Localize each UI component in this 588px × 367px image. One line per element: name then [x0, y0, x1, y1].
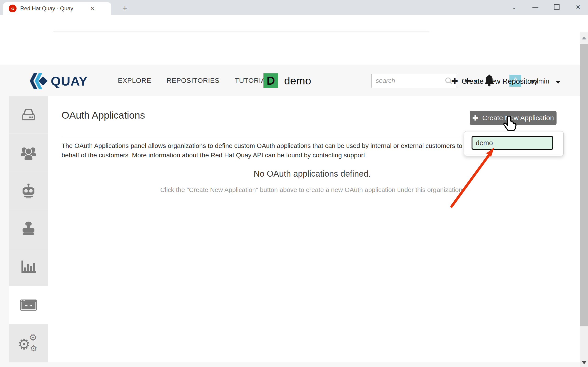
org-avatar: D	[263, 73, 278, 88]
scrollbar-thumb[interactable]	[580, 44, 588, 326]
tab-close-icon[interactable]: ✕	[90, 5, 95, 12]
sidebar-item-repositories[interactable]	[9, 96, 48, 134]
nav-explore[interactable]: EXPLORE	[118, 77, 151, 84]
org-name: demo	[284, 74, 311, 87]
sidebar-item-default-permissions[interactable]	[9, 210, 48, 248]
quay-logo-icon	[29, 72, 48, 90]
screen: « Red Hat Quay · Quay ✕ + ⌄ — ✕ ← → ↻ No…	[0, 0, 588, 367]
page-title: OAuth Applications	[61, 110, 145, 121]
robot-icon	[20, 183, 36, 198]
application-name-popover	[464, 131, 564, 156]
sidebar-item-robot-accounts[interactable]	[9, 172, 48, 210]
chart-icon	[20, 260, 37, 274]
maximize-icon	[554, 4, 560, 10]
nav-repositories[interactable]: REPOSITORIES	[166, 77, 220, 84]
search-input[interactable]	[372, 74, 456, 88]
plus-icon: ✚	[473, 114, 478, 122]
window-close-button[interactable]: ✕	[572, 1, 584, 13]
sidebar-item-settings[interactable]: ⚙ ⚙ ⚙	[9, 324, 48, 362]
empty-state-title: No OAuth applications defined.	[48, 169, 577, 179]
users-icon	[20, 145, 37, 160]
plus-icon: ✚	[451, 77, 458, 86]
sidebar-item-usage-logs[interactable]	[9, 248, 48, 286]
empty-state-hint: Click the "Create New Application" butto…	[48, 186, 577, 194]
quay-brand-text: QUAY	[51, 74, 88, 89]
window-chevron-button[interactable]: ⌄	[509, 1, 520, 13]
application-name-input[interactable]	[472, 136, 553, 150]
create-repo-label: Create New Repository	[462, 77, 538, 85]
browser-toolbar: ← → ↻ Not secure | https://quaylab.infra…	[0, 15, 588, 33]
create-new-repository-button[interactable]: ✚ Create New Repository	[451, 76, 537, 87]
user-menu-caret-icon[interactable]	[556, 81, 561, 84]
hdd-icon	[20, 108, 36, 122]
scrollbar-up-arrow[interactable]	[582, 36, 586, 40]
page-scrollbar[interactable]	[580, 32, 588, 367]
mouse-hand-cursor	[502, 115, 519, 134]
stamp-icon	[21, 221, 36, 236]
sidebar-item-teams[interactable]	[9, 134, 48, 172]
browser-titlebar: « Red Hat Quay · Quay ✕ + ⌄ — ✕	[0, 0, 588, 15]
scrollbar-down-arrow[interactable]	[582, 361, 586, 364]
application-window-icon	[20, 299, 37, 311]
new-tab-button[interactable]: +	[120, 3, 130, 13]
browser-tab[interactable]: « Red Hat Quay · Quay ✕	[3, 2, 111, 15]
gears-icon: ⚙ ⚙ ⚙	[17, 332, 40, 355]
quay-favicon-icon: «	[9, 5, 17, 12]
quay-header: QUAY EXPLORE REPOSITORIES TUTORIAL + A a…	[0, 32, 588, 65]
minimize-button[interactable]: —	[530, 1, 541, 13]
text-cursor	[493, 139, 493, 147]
tab-title: Red Hat Quay · Quay	[20, 5, 89, 12]
maximize-button[interactable]	[551, 1, 562, 13]
quay-logo[interactable]: QUAY	[29, 72, 88, 90]
sidebar-item-oauth-applications[interactable]	[9, 286, 48, 324]
